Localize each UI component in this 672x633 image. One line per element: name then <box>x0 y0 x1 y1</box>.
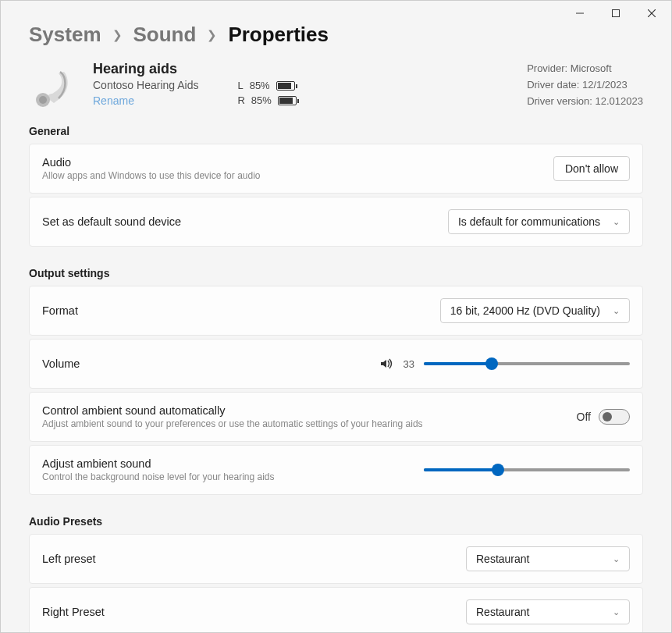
audio-title: Audio <box>42 156 553 169</box>
right-preset-title: Right Preset <box>42 606 466 618</box>
breadcrumb-sound[interactable]: Sound <box>133 26 197 47</box>
card-ambient-auto: Control ambient sound automatically Adju… <box>29 392 643 442</box>
svg-point-5 <box>39 96 47 104</box>
rename-link[interactable]: Rename <box>93 94 134 107</box>
card-audio: Audio Allow apps and Windows to use this… <box>29 144 643 194</box>
section-general: General <box>29 125 643 137</box>
chevron-down-icon: ⌄ <box>613 554 620 564</box>
ambient-toggle-label: Off <box>577 411 591 423</box>
hearing-aid-icon <box>29 61 77 109</box>
svg-rect-1 <box>613 10 620 17</box>
battery-status: L 85% R 85% <box>237 80 296 106</box>
card-left-preset: Left preset Restaurant ⌄ <box>29 534 643 584</box>
dont-allow-button[interactable]: Don't allow <box>553 156 630 181</box>
battery-right-label: R <box>237 94 244 106</box>
chevron-down-icon: ⌄ <box>613 306 620 316</box>
driver-info: Provider: Microsoft Driver date: 12/1/20… <box>527 61 643 109</box>
format-dropdown[interactable]: 16 bit, 24000 Hz (DVD Quality) ⌄ <box>440 298 630 323</box>
driver-version: Driver version: 12.012023 <box>527 94 643 110</box>
default-device-dropdown[interactable]: Is default for communications ⌄ <box>448 209 630 234</box>
card-format: Format 16 bit, 24000 Hz (DVD Quality) ⌄ <box>29 286 643 336</box>
volume-value: 33 <box>404 358 414 370</box>
adjust-ambient-slider[interactable] <box>424 464 630 476</box>
chevron-right-icon: ❯ <box>112 28 123 42</box>
volume-slider[interactable] <box>424 357 630 370</box>
default-device-title: Set as default sound device <box>42 215 448 228</box>
titlebar <box>1 1 671 26</box>
content-area: System ❯ Sound ❯ Properties Hearing aids… <box>1 26 671 632</box>
device-header: Hearing aids Contoso Hearing Aids Rename… <box>29 61 643 109</box>
adjust-title: Adjust ambient sound <box>42 457 424 470</box>
breadcrumb-system[interactable]: System <box>29 26 101 47</box>
card-right-preset: Right Preset Restaurant ⌄ <box>29 587 643 632</box>
card-volume: Volume 33 <box>29 339 643 389</box>
adjust-subtitle: Control the background noise level for y… <box>42 471 424 482</box>
format-title: Format <box>42 304 440 317</box>
speaker-icon[interactable] <box>379 356 394 372</box>
close-button[interactable] <box>634 2 670 25</box>
left-preset-dropdown[interactable]: Restaurant ⌄ <box>466 546 630 571</box>
driver-provider: Provider: Microsoft <box>527 61 643 77</box>
ambient-toggle[interactable] <box>599 409 630 425</box>
chevron-down-icon: ⌄ <box>613 217 620 227</box>
battery-left-pct: 85% <box>250 80 270 91</box>
right-preset-dropdown[interactable]: Restaurant ⌄ <box>466 599 630 624</box>
audio-subtitle: Allow apps and Windows to use this devic… <box>42 170 553 181</box>
ambient-title: Control ambient sound automatically <box>42 404 577 417</box>
device-subtitle: Contoso Hearing Aids <box>93 79 198 91</box>
card-adjust-ambient: Adjust ambient sound Control the backgro… <box>29 445 643 495</box>
ambient-subtitle: Adjust ambient sound to your preferences… <box>42 418 577 429</box>
default-device-value: Is default for communications <box>458 215 600 228</box>
left-preset-value: Restaurant <box>476 553 529 565</box>
battery-right-pct: 85% <box>251 94 272 106</box>
section-presets: Audio Presets <box>29 515 643 528</box>
breadcrumb: System ❯ Sound ❯ Properties <box>29 26 643 47</box>
section-output: Output settings <box>29 267 643 279</box>
breadcrumb-properties: Properties <box>228 26 329 47</box>
chevron-down-icon: ⌄ <box>613 607 620 617</box>
battery-icon <box>276 81 295 91</box>
minimize-button[interactable] <box>562 2 598 25</box>
card-default-device: Set as default sound device Is default f… <box>29 197 643 247</box>
right-preset-value: Restaurant <box>476 606 529 618</box>
battery-icon <box>278 96 297 105</box>
driver-date: Driver date: 12/1/2023 <box>527 77 643 94</box>
volume-title: Volume <box>42 357 379 370</box>
battery-left-label: L <box>237 80 243 91</box>
chevron-right-icon: ❯ <box>207 28 217 42</box>
left-preset-title: Left preset <box>42 553 466 565</box>
device-name: Hearing aids <box>93 61 198 77</box>
format-value: 16 bit, 24000 Hz (DVD Quality) <box>450 304 600 317</box>
maximize-button[interactable] <box>598 2 634 25</box>
